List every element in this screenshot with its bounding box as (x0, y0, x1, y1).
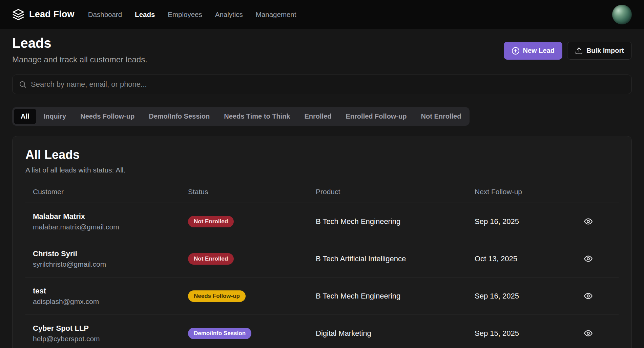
filter-tab-needs-time-to-think[interactable]: Needs Time to Think (217, 109, 297, 124)
card-title: All Leads (25, 148, 619, 162)
view-lead-button[interactable] (582, 289, 595, 303)
upload-icon (575, 47, 583, 55)
col-product: Product (316, 188, 475, 196)
table-row: test adisplash@gmx.com Needs Follow-up B… (25, 278, 619, 315)
customer-name: Malabar Matrix (33, 212, 188, 221)
page-title: Leads (12, 36, 147, 51)
col-next-followup: Next Follow-up (475, 188, 580, 196)
product-cell: B Tech Mech Engineering (316, 292, 475, 301)
nav-item-management[interactable]: Management (256, 11, 296, 19)
table-row: Christo Syril syrilchristo@gmail.com Not… (25, 240, 619, 278)
main-content: Leads Manage and track all customer lead… (0, 36, 644, 348)
customer-email: malabar.matrix@gmail.com (33, 223, 188, 231)
filter-tab-not-enrolled[interactable]: Not Enrolled (414, 109, 468, 124)
search-input[interactable] (31, 80, 625, 89)
customer-email: syrilchristo@gmail.com (33, 260, 188, 268)
filter-tabs: AllInquiryNeeds Follow-upDemo/Info Sessi… (12, 107, 470, 126)
filter-tab-enrolled[interactable]: Enrolled (298, 109, 338, 124)
customer-name: test (33, 287, 188, 295)
col-customer: Customer (25, 188, 188, 196)
customer-email: adisplash@gmx.com (33, 298, 188, 306)
nav-item-analytics[interactable]: Analytics (215, 11, 243, 19)
filter-tab-all[interactable]: All (14, 109, 36, 124)
col-status: Status (188, 188, 316, 196)
status-badge: Demo/Info Session (188, 328, 251, 339)
table-header: Customer Status Product Next Follow-up (25, 188, 619, 203)
customer-name: Cyber Spot LLP (33, 324, 188, 333)
nav-item-leads[interactable]: Leads (135, 11, 155, 19)
layers-icon (12, 8, 24, 21)
leads-card: All Leads A list of all leads with statu… (12, 136, 632, 348)
followup-cell: Sep 16, 2025 (475, 292, 580, 301)
customer-email: help@cyberspot.com (33, 335, 188, 343)
nav-item-dashboard[interactable]: Dashboard (88, 11, 122, 19)
filter-tab-demo-info-session[interactable]: Demo/Info Session (142, 109, 216, 124)
search-box[interactable] (12, 75, 632, 94)
filter-tab-needs-follow-up[interactable]: Needs Follow-up (74, 109, 141, 124)
card-subtitle: A list of all leads with status: All. (25, 166, 619, 174)
filter-tab-enrolled-follow-up[interactable]: Enrolled Follow-up (339, 109, 414, 124)
view-lead-button[interactable] (582, 327, 595, 340)
search-icon (19, 80, 27, 88)
top-nav: Lead Flow DashboardLeadsEmployeesAnalyti… (0, 0, 644, 29)
table-row: Cyber Spot LLP help@cyberspot.com Demo/I… (25, 315, 619, 348)
followup-cell: Sep 16, 2025 (475, 217, 580, 226)
bulk-import-button[interactable]: Bulk Import (567, 42, 632, 60)
product-cell: Digital Marketing (316, 329, 475, 338)
plus-circle-icon (512, 47, 520, 55)
filter-tab-inquiry[interactable]: Inquiry (37, 109, 73, 124)
status-badge: Needs Follow-up (188, 290, 246, 302)
brand-title: Lead Flow (29, 9, 75, 20)
view-lead-button[interactable] (582, 252, 595, 265)
nav-links: DashboardLeadsEmployeesAnalyticsManageme… (88, 11, 296, 19)
status-badge: Not Enrolled (188, 253, 234, 265)
avatar[interactable] (612, 5, 632, 24)
eye-icon (584, 217, 593, 226)
bulk-import-label: Bulk Import (586, 47, 624, 55)
eye-icon (584, 329, 593, 338)
product-cell: B Tech Mech Engineering (316, 217, 475, 226)
followup-cell: Sep 15, 2025 (475, 329, 580, 338)
view-lead-button[interactable] (582, 215, 595, 228)
new-lead-button[interactable]: New Lead (504, 42, 562, 60)
followup-cell: Oct 13, 2025 (475, 254, 580, 263)
customer-name: Christo Syril (33, 249, 188, 258)
table-row: Malabar Matrix malabar.matrix@gmail.com … (25, 203, 619, 240)
product-cell: B Tech Artificial Intelligence (316, 254, 475, 263)
status-badge: Not Enrolled (188, 216, 234, 227)
eye-icon (584, 291, 593, 301)
new-lead-label: New Lead (523, 47, 555, 55)
nav-item-employees[interactable]: Employees (168, 11, 202, 19)
page-subtitle: Manage and track all customer leads. (12, 55, 147, 64)
table-body: Malabar Matrix malabar.matrix@gmail.com … (25, 203, 619, 348)
eye-icon (584, 254, 593, 263)
